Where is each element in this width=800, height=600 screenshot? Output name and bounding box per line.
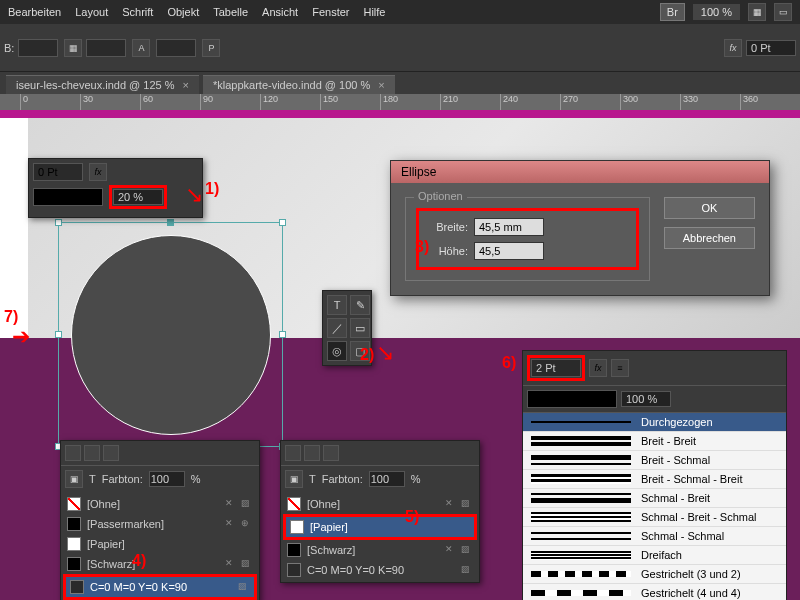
swatches-panel-1: ▣TFarbton:% [Ohne]✕▨ [Passermarken]✕⊕ [P… <box>60 440 260 600</box>
fill-icon[interactable]: ▣ <box>65 470 83 488</box>
bridge-icon[interactable]: Br <box>660 3 685 21</box>
stroke-item[interactable]: Schmal - Breit - Schmal <box>523 508 786 527</box>
swatches-panel-2: ▣TFarbton:% [Ohne]✕▨ [Papier] [Schwarz]✕… <box>280 440 480 583</box>
panel-icon[interactable] <box>323 445 339 461</box>
opacity-input[interactable]: 20 % <box>113 189 163 205</box>
menu-tabelle[interactable]: Tabelle <box>213 6 248 18</box>
menu-bearbeiten[interactable]: Bearbeiten <box>8 6 61 18</box>
tint-label: Farbton: <box>322 473 363 485</box>
swatch-paper[interactable]: [Papier] <box>283 514 477 540</box>
menu-fenster[interactable]: Fenster <box>312 6 349 18</box>
canvas[interactable]: 0 Pt fx 20 % T ✎ ／ ▭ ◎ ▢ Ellipse Optione… <box>0 110 800 600</box>
tab-2[interactable]: *klappkarte-video.indd @ 100 %× <box>203 75 395 94</box>
stroke-item[interactable]: Gestrichelt (4 und 4) <box>523 584 786 600</box>
fx-icon-3[interactable]: fx <box>589 359 607 377</box>
panel-icon[interactable] <box>304 445 320 461</box>
ellipse-shape[interactable] <box>71 235 271 435</box>
panel-icon[interactable] <box>103 445 119 461</box>
handle-mr[interactable] <box>279 331 286 338</box>
ok-button[interactable]: OK <box>664 197 755 219</box>
stroke-opacity[interactable]: 100 % <box>621 391 671 407</box>
stroke-item[interactable]: Dreifach <box>523 546 786 565</box>
stroke-item[interactable]: Breit - Schmal <box>523 451 786 470</box>
handle-ml[interactable] <box>55 331 62 338</box>
swatch-registration[interactable]: [Passermarken]✕⊕ <box>63 514 257 534</box>
menu-objekt[interactable]: Objekt <box>167 6 199 18</box>
stroke-item[interactable]: Gestrichelt (3 und 2) <box>523 565 786 584</box>
width-input[interactable] <box>474 218 544 236</box>
stroke-item[interactable]: Schmal - Breit <box>523 489 786 508</box>
stroke-weight-input[interactable]: 0 Pt <box>746 40 796 56</box>
tint-input[interactable] <box>369 471 405 487</box>
dialog-group-label: Optionen <box>414 190 467 202</box>
menu-bar: Bearbeiten Layout Schrift Objekt Tabelle… <box>0 0 800 24</box>
control-toolbar: B: ▦ A P fx 0 Pt <box>0 24 800 72</box>
panel-icon[interactable] <box>84 445 100 461</box>
pen-tool-icon[interactable]: ✎ <box>350 295 370 315</box>
handle-tm[interactable] <box>167 219 174 226</box>
handle-tl[interactable] <box>55 219 62 226</box>
swatch-k90[interactable]: C=0 M=0 Y=0 K=90▨ <box>283 560 477 580</box>
drop-a[interactable] <box>86 39 126 57</box>
ellipse-tool-icon[interactable]: ◎ <box>327 341 347 361</box>
menu-schrift[interactable]: Schrift <box>122 6 153 18</box>
stroke-type-drop[interactable] <box>527 390 617 408</box>
menu-layout[interactable]: Layout <box>75 6 108 18</box>
stroke-item[interactable]: Schmal - Schmal <box>523 527 786 546</box>
handle-tr[interactable] <box>279 219 286 226</box>
tick: 210 <box>440 94 458 110</box>
icon-a[interactable]: ▦ <box>64 39 82 57</box>
width-drop[interactable] <box>18 39 58 57</box>
icon-b[interactable]: A <box>132 39 150 57</box>
swatch-none[interactable]: [Ohne]✕▨ <box>63 494 257 514</box>
tick: 0 <box>20 94 28 110</box>
menu-hilfe[interactable]: Hilfe <box>363 6 385 18</box>
stroke-pt-drop[interactable]: 0 Pt <box>33 163 83 181</box>
annot-5: 5) <box>405 508 419 526</box>
effects-mini-panel: 0 Pt fx 20 % <box>28 158 203 218</box>
tick: 30 <box>80 94 93 110</box>
cancel-button[interactable]: Abbrechen <box>664 227 755 249</box>
swatch-paper[interactable]: [Papier] <box>63 534 257 554</box>
zoom-dropdown[interactable]: 100 % <box>693 4 740 20</box>
swatch-none[interactable]: [Ohne]✕▨ <box>283 494 477 514</box>
width-label: Breite: <box>420 221 468 233</box>
swatch-black[interactable]: [Schwarz]✕▨ <box>63 554 257 574</box>
swatch-k90[interactable]: C=0 M=0 Y=0 K=90▨ <box>63 574 257 600</box>
tab-1[interactable]: iseur-les-cheveux.indd @ 125 %× <box>6 75 199 94</box>
tick: 360 <box>740 94 758 110</box>
tab-2-close-icon[interactable]: × <box>378 79 384 91</box>
panel-icon[interactable] <box>65 445 81 461</box>
stroke-type-list[interactable]: Durchgezogen Breit - Breit Breit - Schma… <box>523 413 786 600</box>
stroke-item[interactable]: Breit - Breit <box>523 432 786 451</box>
dialog-title: Ellipse <box>391 161 769 183</box>
ellipse-selection[interactable] <box>58 222 283 447</box>
stroke-weight-drop[interactable]: 2 Pt <box>531 359 581 377</box>
line-tool-icon[interactable]: ／ <box>327 318 347 338</box>
stroke-style-drop[interactable] <box>33 188 103 206</box>
swatch-black[interactable]: [Schwarz]✕▨ <box>283 540 477 560</box>
menu-ansicht[interactable]: Ansicht <box>262 6 298 18</box>
view-icon[interactable]: ▦ <box>748 3 766 21</box>
type-tool-icon[interactable]: T <box>327 295 347 315</box>
align-icon[interactable]: ≡ <box>611 359 629 377</box>
fill-icon[interactable]: ▣ <box>285 470 303 488</box>
stroke-item[interactable]: Breit - Schmal - Breit <box>523 470 786 489</box>
frame-tool-icon[interactable]: ▭ <box>350 318 370 338</box>
p-icon[interactable]: P <box>202 39 220 57</box>
tick: 60 <box>140 94 153 110</box>
annot-2: 2) <box>360 346 374 364</box>
screen-icon[interactable]: ▭ <box>774 3 792 21</box>
tab-2-label: *klappkarte-video.indd @ 100 % <box>213 79 370 91</box>
height-input[interactable] <box>474 242 544 260</box>
stroke-solid[interactable]: Durchgezogen <box>523 413 786 432</box>
fx-icon[interactable]: fx <box>724 39 742 57</box>
tick: 180 <box>380 94 398 110</box>
drop-b[interactable] <box>156 39 196 57</box>
tint-label: Farbton: <box>102 473 143 485</box>
fx-icon-2[interactable]: fx <box>89 163 107 181</box>
annot-1: 1) <box>205 180 219 198</box>
tab-1-close-icon[interactable]: × <box>183 79 189 91</box>
tint-input[interactable] <box>149 471 185 487</box>
panel-icon[interactable] <box>285 445 301 461</box>
